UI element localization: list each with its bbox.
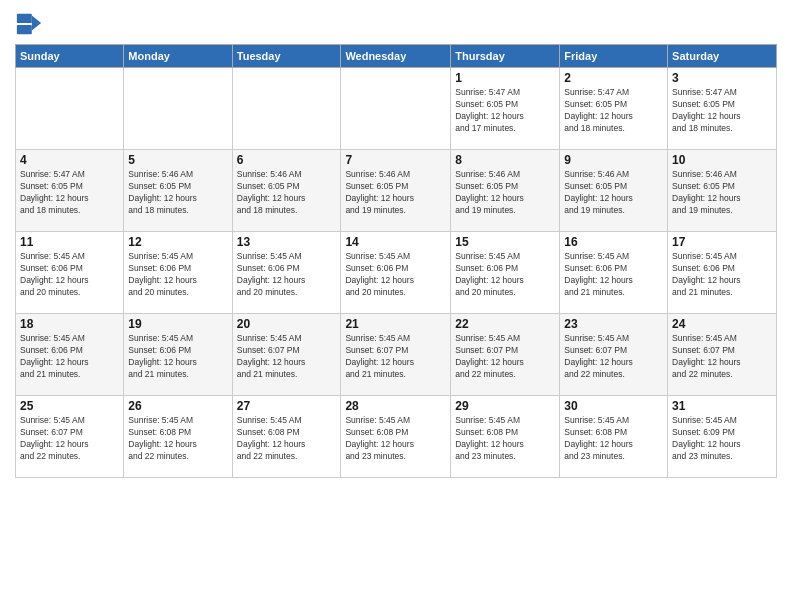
day-info: Sunrise: 5:45 AM Sunset: 6:08 PM Dayligh… [345, 415, 446, 463]
day-info: Sunrise: 5:47 AM Sunset: 6:05 PM Dayligh… [672, 87, 772, 135]
calendar-cell: 17Sunrise: 5:45 AM Sunset: 6:06 PM Dayli… [668, 232, 777, 314]
day-info: Sunrise: 5:45 AM Sunset: 6:07 PM Dayligh… [345, 333, 446, 381]
day-number: 8 [455, 153, 555, 167]
day-number: 10 [672, 153, 772, 167]
day-number: 22 [455, 317, 555, 331]
day-info: Sunrise: 5:45 AM Sunset: 6:06 PM Dayligh… [564, 251, 663, 299]
day-info: Sunrise: 5:45 AM Sunset: 6:06 PM Dayligh… [237, 251, 337, 299]
calendar-cell: 27Sunrise: 5:45 AM Sunset: 6:08 PM Dayli… [232, 396, 341, 478]
logo-icon [15, 10, 43, 38]
day-info: Sunrise: 5:45 AM Sunset: 6:08 PM Dayligh… [455, 415, 555, 463]
calendar-cell: 22Sunrise: 5:45 AM Sunset: 6:07 PM Dayli… [451, 314, 560, 396]
day-info: Sunrise: 5:45 AM Sunset: 6:09 PM Dayligh… [672, 415, 772, 463]
calendar-cell: 7Sunrise: 5:46 AM Sunset: 6:05 PM Daylig… [341, 150, 451, 232]
calendar-cell: 31Sunrise: 5:45 AM Sunset: 6:09 PM Dayli… [668, 396, 777, 478]
day-number: 17 [672, 235, 772, 249]
day-info: Sunrise: 5:45 AM Sunset: 6:08 PM Dayligh… [128, 415, 227, 463]
day-info: Sunrise: 5:46 AM Sunset: 6:05 PM Dayligh… [128, 169, 227, 217]
day-info: Sunrise: 5:45 AM Sunset: 6:06 PM Dayligh… [455, 251, 555, 299]
day-info: Sunrise: 5:46 AM Sunset: 6:05 PM Dayligh… [345, 169, 446, 217]
header [15, 10, 777, 38]
calendar-week-2: 11Sunrise: 5:45 AM Sunset: 6:06 PM Dayli… [16, 232, 777, 314]
page: SundayMondayTuesdayWednesdayThursdayFrid… [0, 0, 792, 612]
day-info: Sunrise: 5:45 AM Sunset: 6:06 PM Dayligh… [20, 251, 119, 299]
day-info: Sunrise: 5:45 AM Sunset: 6:06 PM Dayligh… [20, 333, 119, 381]
calendar-cell: 11Sunrise: 5:45 AM Sunset: 6:06 PM Dayli… [16, 232, 124, 314]
calendar-table: SundayMondayTuesdayWednesdayThursdayFrid… [15, 44, 777, 478]
calendar-cell: 14Sunrise: 5:45 AM Sunset: 6:06 PM Dayli… [341, 232, 451, 314]
day-number: 20 [237, 317, 337, 331]
calendar-header-wednesday: Wednesday [341, 45, 451, 68]
day-number: 14 [345, 235, 446, 249]
calendar-cell: 8Sunrise: 5:46 AM Sunset: 6:05 PM Daylig… [451, 150, 560, 232]
day-number: 11 [20, 235, 119, 249]
day-number: 27 [237, 399, 337, 413]
svg-rect-2 [17, 14, 32, 23]
calendar-cell: 29Sunrise: 5:45 AM Sunset: 6:08 PM Dayli… [451, 396, 560, 478]
calendar-cell: 25Sunrise: 5:45 AM Sunset: 6:07 PM Dayli… [16, 396, 124, 478]
day-number: 6 [237, 153, 337, 167]
day-number: 29 [455, 399, 555, 413]
day-number: 30 [564, 399, 663, 413]
day-info: Sunrise: 5:46 AM Sunset: 6:05 PM Dayligh… [237, 169, 337, 217]
calendar-cell: 5Sunrise: 5:46 AM Sunset: 6:05 PM Daylig… [124, 150, 232, 232]
day-number: 1 [455, 71, 555, 85]
day-number: 5 [128, 153, 227, 167]
day-number: 9 [564, 153, 663, 167]
day-info: Sunrise: 5:45 AM Sunset: 6:07 PM Dayligh… [455, 333, 555, 381]
calendar-header-row: SundayMondayTuesdayWednesdayThursdayFrid… [16, 45, 777, 68]
day-info: Sunrise: 5:47 AM Sunset: 6:05 PM Dayligh… [20, 169, 119, 217]
calendar-week-0: 1Sunrise: 5:47 AM Sunset: 6:05 PM Daylig… [16, 68, 777, 150]
day-info: Sunrise: 5:45 AM Sunset: 6:06 PM Dayligh… [345, 251, 446, 299]
calendar-cell: 28Sunrise: 5:45 AM Sunset: 6:08 PM Dayli… [341, 396, 451, 478]
calendar-cell: 18Sunrise: 5:45 AM Sunset: 6:06 PM Dayli… [16, 314, 124, 396]
day-number: 21 [345, 317, 446, 331]
day-number: 16 [564, 235, 663, 249]
calendar-cell: 13Sunrise: 5:45 AM Sunset: 6:06 PM Dayli… [232, 232, 341, 314]
day-number: 19 [128, 317, 227, 331]
calendar-cell [232, 68, 341, 150]
calendar-cell: 15Sunrise: 5:45 AM Sunset: 6:06 PM Dayli… [451, 232, 560, 314]
day-number: 4 [20, 153, 119, 167]
day-number: 3 [672, 71, 772, 85]
day-number: 23 [564, 317, 663, 331]
calendar-cell: 30Sunrise: 5:45 AM Sunset: 6:08 PM Dayli… [560, 396, 668, 478]
day-number: 26 [128, 399, 227, 413]
day-info: Sunrise: 5:45 AM Sunset: 6:07 PM Dayligh… [564, 333, 663, 381]
calendar-cell [341, 68, 451, 150]
calendar-header-friday: Friday [560, 45, 668, 68]
calendar-cell: 23Sunrise: 5:45 AM Sunset: 6:07 PM Dayli… [560, 314, 668, 396]
calendar-cell: 6Sunrise: 5:46 AM Sunset: 6:05 PM Daylig… [232, 150, 341, 232]
day-number: 28 [345, 399, 446, 413]
calendar-cell: 4Sunrise: 5:47 AM Sunset: 6:05 PM Daylig… [16, 150, 124, 232]
calendar-header-thursday: Thursday [451, 45, 560, 68]
day-number: 13 [237, 235, 337, 249]
day-info: Sunrise: 5:45 AM Sunset: 6:08 PM Dayligh… [237, 415, 337, 463]
day-info: Sunrise: 5:45 AM Sunset: 6:06 PM Dayligh… [672, 251, 772, 299]
day-number: 31 [672, 399, 772, 413]
calendar-cell: 24Sunrise: 5:45 AM Sunset: 6:07 PM Dayli… [668, 314, 777, 396]
logo [15, 10, 47, 38]
day-info: Sunrise: 5:47 AM Sunset: 6:05 PM Dayligh… [455, 87, 555, 135]
day-number: 18 [20, 317, 119, 331]
day-info: Sunrise: 5:46 AM Sunset: 6:05 PM Dayligh… [672, 169, 772, 217]
day-info: Sunrise: 5:45 AM Sunset: 6:07 PM Dayligh… [672, 333, 772, 381]
calendar-header-monday: Monday [124, 45, 232, 68]
day-info: Sunrise: 5:45 AM Sunset: 6:07 PM Dayligh… [237, 333, 337, 381]
calendar-header-sunday: Sunday [16, 45, 124, 68]
day-number: 25 [20, 399, 119, 413]
day-info: Sunrise: 5:45 AM Sunset: 6:07 PM Dayligh… [20, 415, 119, 463]
calendar-cell: 10Sunrise: 5:46 AM Sunset: 6:05 PM Dayli… [668, 150, 777, 232]
day-number: 2 [564, 71, 663, 85]
day-info: Sunrise: 5:45 AM Sunset: 6:08 PM Dayligh… [564, 415, 663, 463]
calendar-week-3: 18Sunrise: 5:45 AM Sunset: 6:06 PM Dayli… [16, 314, 777, 396]
day-number: 24 [672, 317, 772, 331]
calendar-cell: 26Sunrise: 5:45 AM Sunset: 6:08 PM Dayli… [124, 396, 232, 478]
svg-rect-3 [17, 25, 32, 34]
calendar-cell: 9Sunrise: 5:46 AM Sunset: 6:05 PM Daylig… [560, 150, 668, 232]
day-number: 15 [455, 235, 555, 249]
calendar-cell: 16Sunrise: 5:45 AM Sunset: 6:06 PM Dayli… [560, 232, 668, 314]
calendar-cell [124, 68, 232, 150]
calendar-week-4: 25Sunrise: 5:45 AM Sunset: 6:07 PM Dayli… [16, 396, 777, 478]
day-info: Sunrise: 5:47 AM Sunset: 6:05 PM Dayligh… [564, 87, 663, 135]
